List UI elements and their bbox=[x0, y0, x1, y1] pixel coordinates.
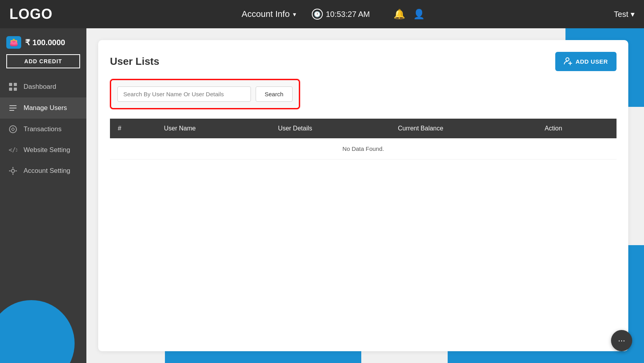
header-user-chevron-icon: ▾ bbox=[631, 9, 635, 19]
add-credit-button[interactable]: ADD CREDIT bbox=[6, 54, 80, 68]
svg-rect-6 bbox=[9, 110, 14, 111]
manage-users-icon bbox=[8, 104, 18, 112]
add-user-icon bbox=[564, 57, 573, 66]
col-action: Action bbox=[537, 119, 617, 138]
sidebar-item-manage-users[interactable]: Manage Users bbox=[0, 97, 86, 119]
header-icons: 🔔 👤 bbox=[393, 9, 425, 20]
no-data-message: No Data Found. bbox=[110, 138, 617, 160]
balance-amount: ₹ 100.0000 bbox=[25, 38, 65, 47]
sidebar-item-dashboard[interactable]: Dashboard bbox=[0, 76, 86, 97]
sidebar-circle-decor bbox=[0, 300, 75, 363]
notification-bell-button[interactable]: 🔔 bbox=[393, 9, 405, 20]
svg-point-9 bbox=[11, 169, 15, 172]
sidebar-item-website-setting[interactable]: </> Website Setting bbox=[0, 140, 86, 160]
svg-point-14 bbox=[566, 58, 569, 61]
table-body: No Data Found. bbox=[110, 138, 617, 160]
search-button[interactable]: Search bbox=[256, 86, 293, 102]
search-input[interactable] bbox=[117, 86, 251, 102]
chevron-down-icon: ▾ bbox=[293, 11, 296, 18]
user-table: # User Name User Details Current Balance… bbox=[110, 119, 617, 160]
svg-point-7 bbox=[9, 126, 16, 133]
user-avatar-button[interactable]: 👤 bbox=[413, 9, 425, 20]
content-card-header: User Lists ADD USER bbox=[110, 52, 617, 71]
no-data-row: No Data Found. bbox=[110, 138, 617, 160]
account-info-label: Account Info bbox=[242, 9, 289, 19]
clock-icon: 🕐 bbox=[312, 9, 323, 20]
account-info-button[interactable]: Account Info ▾ bbox=[242, 9, 296, 19]
wallet-icon: 👛 bbox=[6, 36, 21, 49]
svg-rect-3 bbox=[14, 88, 17, 91]
dashboard-label: Dashboard bbox=[24, 83, 56, 91]
table-header: # User Name User Details Current Balance… bbox=[110, 119, 617, 138]
header-center: Account Info ▾ 🕐 10:53:27 AM 🔔 👤 bbox=[53, 9, 614, 20]
transactions-label: Transactions bbox=[24, 125, 62, 133]
sidebar-balance: 👛 ₹ 100.0000 bbox=[0, 28, 86, 54]
svg-rect-0 bbox=[9, 83, 12, 86]
account-setting-icon bbox=[8, 167, 18, 175]
header-time: 🕐 10:53:27 AM bbox=[312, 9, 370, 20]
main-content: User Lists ADD USER Searc bbox=[86, 28, 644, 363]
svg-rect-4 bbox=[9, 105, 16, 106]
add-user-label: ADD USER bbox=[576, 58, 608, 65]
col-user-details: User Details bbox=[270, 119, 390, 138]
content-card: User Lists ADD USER Searc bbox=[98, 40, 628, 351]
col-current-balance: Current Balance bbox=[390, 119, 537, 138]
dashboard-icon bbox=[8, 82, 18, 91]
svg-rect-1 bbox=[14, 83, 17, 86]
header: LOGO Account Info ▾ 🕐 10:53:27 AM 🔔 👤 Te… bbox=[0, 0, 644, 28]
col-number: # bbox=[110, 119, 156, 138]
search-highlight-box: Search bbox=[110, 79, 300, 109]
svg-rect-2 bbox=[9, 88, 12, 91]
col-username: User Name bbox=[156, 119, 270, 138]
sidebar-bottom-decor bbox=[0, 292, 86, 363]
time-display: 10:53:27 AM bbox=[326, 10, 370, 19]
logo: LOGO bbox=[9, 6, 53, 22]
website-setting-icon: </> bbox=[8, 147, 18, 153]
header-user-label: Test bbox=[614, 10, 628, 19]
chat-icon: ··· bbox=[618, 336, 625, 346]
account-setting-label: Account Setting bbox=[24, 167, 70, 175]
add-user-button[interactable]: ADD USER bbox=[555, 52, 617, 71]
page-title: User Lists bbox=[110, 55, 159, 68]
manage-users-label: Manage Users bbox=[24, 104, 67, 112]
sidebar-nav: Dashboard Manage Users bbox=[0, 76, 86, 182]
sidebar-item-transactions[interactable]: Transactions bbox=[0, 119, 86, 140]
sidebar: 👛 ₹ 100.0000 ADD CREDIT Dashboard bbox=[0, 28, 86, 363]
svg-text:</>: </> bbox=[9, 147, 17, 153]
website-setting-label: Website Setting bbox=[24, 146, 70, 154]
layout: 👛 ₹ 100.0000 ADD CREDIT Dashboard bbox=[0, 28, 644, 363]
sidebar-item-account-setting[interactable]: Account Setting bbox=[0, 160, 86, 182]
chat-button[interactable]: ··· bbox=[611, 330, 632, 351]
transactions-icon bbox=[8, 125, 18, 134]
header-user-menu[interactable]: Test ▾ bbox=[614, 9, 635, 19]
svg-rect-5 bbox=[9, 108, 16, 108]
